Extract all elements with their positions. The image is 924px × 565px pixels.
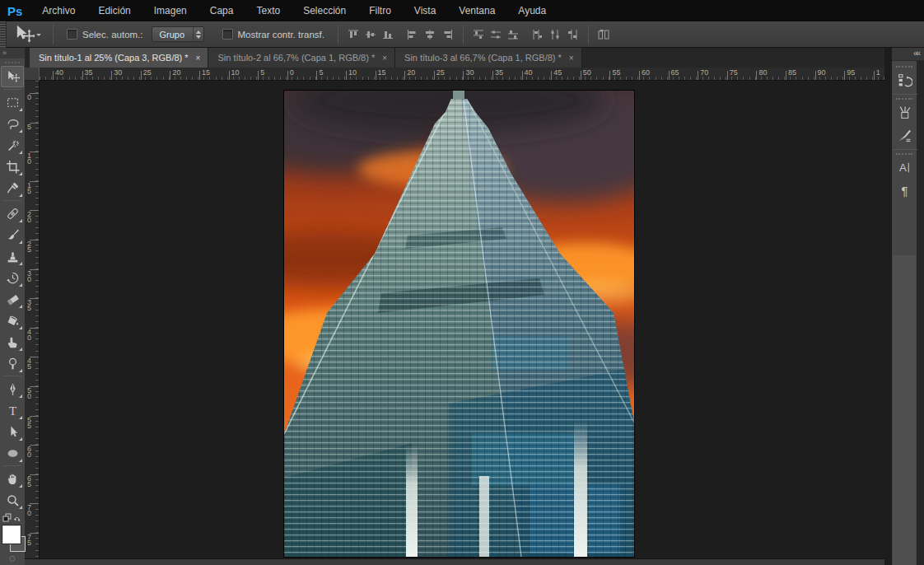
clone-stamp-tool[interactable] bbox=[1, 245, 24, 267]
tab-close-icon[interactable]: × bbox=[569, 54, 574, 63]
horizontal-ruler[interactable]: 4035302520151050510152025303540455055606… bbox=[40, 68, 884, 81]
menu-item-seleccion[interactable]: Selección bbox=[292, 0, 357, 21]
align-bottom-edges-button[interactable] bbox=[380, 25, 397, 44]
history-brush-tool[interactable] bbox=[1, 267, 24, 288]
distribute-right-edges-button[interactable] bbox=[564, 25, 581, 44]
eraser-tool[interactable] bbox=[1, 288, 24, 310]
tab-title: Sin título-1 al 25% (Capa 3, RGB/8) * bbox=[39, 53, 189, 63]
magic-wand-tool[interactable] bbox=[1, 134, 24, 156]
align-horizontal-centers-button[interactable] bbox=[422, 25, 439, 44]
brush-tool[interactable] bbox=[1, 224, 24, 245]
align-left-edges-button[interactable] bbox=[404, 25, 422, 44]
ruler-label: 20 bbox=[407, 68, 415, 77]
ellipse-tool[interactable] bbox=[1, 442, 24, 464]
paragraph-panel-button[interactable]: ¶ bbox=[893, 180, 916, 202]
vertical-ruler[interactable]: 051 01 52 02 53 03 54 04 55 05 56 06 57 … bbox=[25, 81, 40, 565]
options-bar-grip[interactable] bbox=[0, 21, 7, 48]
canvas-pasteboard[interactable] bbox=[40, 81, 884, 558]
svg-text:T: T bbox=[8, 404, 16, 417]
brush-panel-button[interactable] bbox=[893, 101, 916, 124]
panel-group-grip[interactable] bbox=[896, 66, 912, 68]
spot-healing-brush-tool[interactable] bbox=[1, 203, 24, 224]
type-tool[interactable]: T bbox=[1, 399, 24, 421]
ruler-label: 1 5 bbox=[27, 183, 31, 194]
panel-group-grip[interactable] bbox=[896, 153, 912, 155]
svg-text:¶: ¶ bbox=[901, 184, 908, 198]
divider bbox=[338, 25, 338, 44]
ruler-label: 30 bbox=[114, 68, 122, 77]
ruler-label: 30 bbox=[465, 68, 474, 77]
menu-item-imagen[interactable]: Imagen bbox=[142, 0, 198, 21]
menu-item-texto[interactable]: Texto bbox=[245, 0, 292, 21]
auto-select-checkbox[interactable] bbox=[67, 29, 77, 40]
ruler-label: 0 bbox=[290, 68, 294, 77]
ruler-label: 2 0 bbox=[27, 212, 31, 223]
distribute-bottom-edges-button[interactable] bbox=[505, 25, 522, 44]
auto-select-dropdown[interactable]: Grupo bbox=[152, 26, 204, 42]
menu-item-capa[interactable]: Capa bbox=[198, 0, 245, 21]
divider bbox=[53, 25, 54, 44]
menu-item-archivo[interactable]: Archivo bbox=[30, 0, 86, 21]
ruler-label: 6 0 bbox=[27, 446, 31, 458]
tab-title: Sin título-3 al 66,7% (Capa 1, RGB/8) * bbox=[404, 53, 562, 63]
quick-mask-button[interactable]: ◌ bbox=[0, 552, 25, 565]
status-bar bbox=[25, 558, 884, 565]
distribute-top-edges-button[interactable] bbox=[470, 25, 488, 44]
eyedropper-tool[interactable] bbox=[1, 177, 24, 198]
align-right-edges-button[interactable] bbox=[439, 25, 456, 44]
alignment-buttons bbox=[345, 25, 613, 44]
divider bbox=[588, 25, 589, 44]
tool-preset-chevron-icon[interactable] bbox=[36, 34, 41, 39]
distribute-left-edges-button[interactable] bbox=[530, 25, 547, 44]
tab-close-icon[interactable]: × bbox=[382, 54, 387, 63]
ruler-label: 5 0 bbox=[27, 388, 31, 399]
ruler-label: 15 bbox=[378, 68, 386, 77]
tools-panel-collapse-button[interactable]: » bbox=[0, 48, 25, 58]
ruler-label: 70 bbox=[700, 68, 708, 77]
document-tab-bar: Sin título-1 al 25% (Capa 3, RGB/8) *×Si… bbox=[25, 48, 884, 68]
document-tab-3[interactable]: Sin título-3 al 66,7% (Capa 1, RGB/8) *× bbox=[395, 48, 582, 68]
menu-item-vista[interactable]: Vista bbox=[403, 0, 447, 21]
distribute-vertical-centers-button[interactable] bbox=[488, 25, 505, 44]
tab-close-icon[interactable]: × bbox=[196, 54, 201, 63]
crop-tool[interactable] bbox=[1, 156, 24, 177]
move-tool[interactable] bbox=[1, 66, 24, 87]
panel-group-grip[interactable] bbox=[896, 98, 912, 100]
auto-select-label: Selec. autom.: bbox=[82, 30, 143, 40]
tools-panel: » T ◌ bbox=[0, 48, 25, 565]
menu-item-edicion[interactable]: Edición bbox=[86, 0, 142, 21]
document-tab-1[interactable]: Sin título-1 al 25% (Capa 3, RGB/8) *× bbox=[30, 48, 208, 68]
foreground-color-swatch[interactable] bbox=[2, 525, 21, 544]
align-vertical-centers-button[interactable] bbox=[362, 25, 380, 44]
menu-item-ventana[interactable]: Ventana bbox=[447, 0, 506, 21]
document-tab-2[interactable]: Sin título-2 al 66,7% (Capa 1, RGB/8) *× bbox=[208, 48, 395, 68]
align-top-edges-button[interactable] bbox=[345, 25, 362, 44]
zoom-tool[interactable] bbox=[1, 489, 24, 511]
tools-panel-grip[interactable] bbox=[5, 62, 20, 63]
ruler-label: 5 bbox=[319, 68, 323, 77]
show-transform-checkbox[interactable] bbox=[222, 29, 233, 40]
distribute-horizontal-centers-button[interactable] bbox=[547, 25, 564, 44]
character-panel-button[interactable]: A bbox=[893, 156, 916, 179]
svg-text:A: A bbox=[898, 161, 906, 174]
history-panel-button[interactable] bbox=[893, 69, 916, 91]
ruler-label: 35 bbox=[85, 68, 93, 77]
ruler-label: 20 bbox=[172, 68, 180, 77]
brush-presets-panel-button[interactable] bbox=[893, 124, 916, 147]
menu-item-filtro[interactable]: Filtro bbox=[357, 0, 403, 21]
hand-tool[interactable] bbox=[1, 468, 24, 489]
ruler-label: 5 bbox=[27, 124, 31, 130]
document-image-skyscraper-sunset[interactable] bbox=[284, 91, 634, 557]
pen-tool[interactable] bbox=[1, 378, 24, 399]
smudge-tool[interactable] bbox=[1, 331, 24, 353]
path-selection-tool[interactable] bbox=[1, 421, 24, 442]
paint-bucket-tool[interactable] bbox=[1, 310, 24, 331]
lasso-tool[interactable] bbox=[1, 113, 24, 134]
menu-item-ayuda[interactable]: Ayuda bbox=[506, 0, 558, 21]
ruler-origin-box[interactable] bbox=[25, 68, 40, 81]
dropdown-spinner-icon bbox=[193, 27, 203, 41]
rectangular-marquee-tool[interactable] bbox=[1, 91, 24, 113]
expand-panels-button[interactable]: «« bbox=[892, 48, 924, 61]
auto-align-layers-button[interactable] bbox=[595, 25, 613, 44]
dodge-tool[interactable] bbox=[1, 353, 24, 374]
